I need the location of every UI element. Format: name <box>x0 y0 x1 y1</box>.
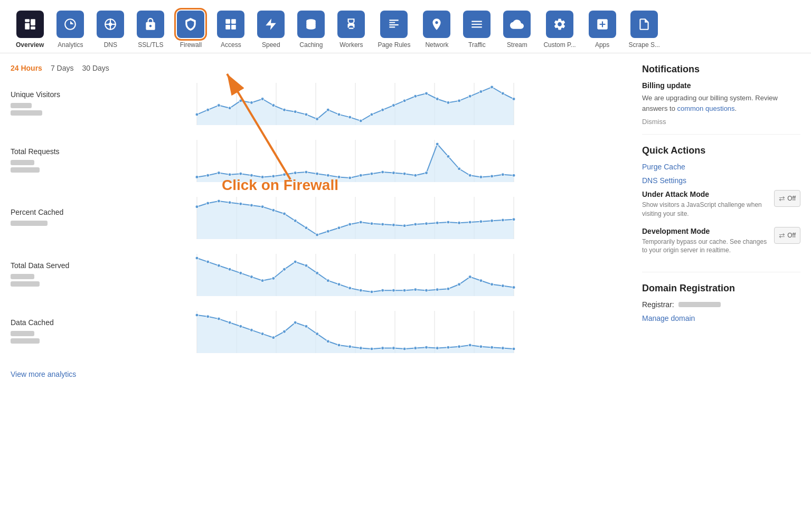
svg-point-84 <box>447 155 450 158</box>
svg-point-36 <box>348 116 352 119</box>
svg-point-83 <box>436 142 439 146</box>
domain-registration-section: Domain Registration Registrar: Manage do… <box>642 283 800 322</box>
notif-billing-title: Billing update <box>642 81 800 90</box>
svg-point-61 <box>195 175 199 178</box>
nav-item-caching[interactable]: Caching <box>292 6 330 53</box>
chart-placeholder-bar <box>11 110 42 116</box>
nav-item-access[interactable]: Access <box>212 6 250 53</box>
chart-row: Unique Visitors <box>11 83 621 125</box>
nav-item-stream[interactable]: Stream <box>498 6 536 53</box>
svg-point-27 <box>250 101 253 104</box>
dns-settings-link[interactable]: DNS Settings <box>642 176 800 185</box>
nav-item-speed[interactable]: Speed <box>252 6 290 53</box>
svg-point-66 <box>250 174 253 177</box>
dev-mode-toggle[interactable]: ⇄ Off <box>774 227 800 244</box>
chart-label-0: Unique Visitors <box>11 90 79 99</box>
toggle-icon: ⇄ <box>779 194 785 203</box>
svg-point-185 <box>272 336 275 339</box>
svg-point-151 <box>326 279 329 282</box>
svg-point-150 <box>316 271 319 274</box>
nav-item-custom-p[interactable]: Custom P... <box>538 6 581 53</box>
notif-common-questions-link[interactable]: common questions <box>677 104 734 112</box>
svg-point-189 <box>316 332 319 336</box>
svg-point-126 <box>479 220 483 223</box>
chart-placeholder-bar <box>11 167 40 173</box>
under-attack-toggle-row: Under Attack Mode Show visitors a JavaSc… <box>642 190 800 218</box>
chart-area-3 <box>90 254 621 296</box>
svg-point-75 <box>348 176 352 179</box>
nav-item-ssl-tls[interactable]: SSL/TLS <box>131 6 169 53</box>
svg-marker-11 <box>266 18 277 30</box>
svg-point-77 <box>370 172 373 175</box>
svg-point-64 <box>228 173 231 176</box>
svg-point-102 <box>217 200 220 203</box>
nav-item-workers[interactable]: Workers <box>332 6 370 53</box>
svg-point-184 <box>261 332 264 336</box>
nav-label-apps: Apps <box>595 41 609 49</box>
time-filter-30-days[interactable]: 30 Days <box>82 64 109 72</box>
under-attack-label: Under Attack Mode <box>642 190 768 198</box>
svg-point-40 <box>392 104 395 107</box>
svg-point-156 <box>381 289 384 292</box>
svg-point-125 <box>468 221 471 224</box>
chart-placeholder-bar <box>11 281 40 287</box>
nav-item-traffic[interactable]: Traffic <box>458 6 496 53</box>
main-layout: 24 Hours7 Days30 Days Unique Visitors To… <box>0 53 811 389</box>
svg-rect-9 <box>226 25 231 30</box>
svg-point-73 <box>326 174 329 177</box>
chart-label-2: Percent Cached <box>11 208 79 216</box>
svg-point-72 <box>316 172 319 175</box>
under-attack-toggle[interactable]: ⇄ Off <box>774 190 800 207</box>
svg-point-112 <box>326 230 329 233</box>
nav-icon-access <box>217 11 244 38</box>
nav-item-analytics[interactable]: Analytics <box>51 6 89 53</box>
svg-point-206 <box>501 347 504 350</box>
svg-point-23 <box>206 108 210 111</box>
svg-point-182 <box>239 325 242 328</box>
registrar-label: Registrar: <box>642 300 674 309</box>
nav-item-page-rules[interactable]: Page Rules <box>372 6 416 53</box>
nav-icon-traffic <box>463 11 491 38</box>
chart-label-3: Total Data Served <box>11 261 79 270</box>
chart-row: Total Data Served <box>11 254 621 296</box>
time-filter-7-days[interactable]: 7 Days <box>51 64 74 72</box>
svg-point-178 <box>195 314 199 317</box>
svg-point-26 <box>239 99 242 102</box>
nav-label-access: Access <box>221 41 241 49</box>
dev-mode-label: Development Mode <box>642 227 768 235</box>
registrar-row: Registrar: <box>642 300 800 309</box>
svg-point-186 <box>283 330 286 333</box>
nav-item-dns[interactable]: DNS <box>91 6 129 53</box>
view-more-analytics-link[interactable]: View more analytics <box>11 370 76 378</box>
svg-point-81 <box>414 174 417 177</box>
charts-container: Unique Visitors Total Requests Percent C… <box>11 83 621 353</box>
svg-point-163 <box>458 283 461 286</box>
nav-label-network: Network <box>425 41 448 49</box>
svg-point-37 <box>359 119 362 122</box>
dev-mode-value: Off <box>787 232 796 239</box>
nav-item-overview[interactable]: Overview <box>11 6 49 53</box>
svg-point-62 <box>206 174 210 177</box>
svg-point-109 <box>294 219 297 222</box>
svg-point-110 <box>305 226 308 230</box>
purge-cache-link[interactable]: Purge Cache <box>642 163 800 171</box>
chart-row: Percent Cached <box>11 197 621 239</box>
manage-domain-link[interactable]: Manage domain <box>642 314 800 322</box>
nav-item-network[interactable]: Network <box>418 6 456 53</box>
notif-dismiss-button[interactable]: Dismiss <box>642 118 800 126</box>
time-filter-24-hours[interactable]: 24 Hours <box>11 64 42 72</box>
svg-point-24 <box>217 104 220 107</box>
svg-point-127 <box>491 219 494 222</box>
svg-point-105 <box>250 204 253 207</box>
nav-icon-caching <box>297 11 325 38</box>
right-panel: Notifications Billing update We are upgr… <box>642 64 800 378</box>
quick-actions-section: Quick Actions Purge Cache DNS Settings U… <box>642 145 800 272</box>
nav-item-apps[interactable]: Apps <box>583 6 621 53</box>
quick-actions-title: Quick Actions <box>642 145 800 156</box>
svg-point-78 <box>381 170 384 174</box>
svg-point-106 <box>261 205 264 208</box>
nav-item-scrape-s[interactable]: Scrape S... <box>624 6 665 53</box>
svg-rect-0 <box>25 19 30 22</box>
nav-item-firewall[interactable]: Firewall <box>172 6 210 53</box>
svg-point-89 <box>501 173 504 176</box>
